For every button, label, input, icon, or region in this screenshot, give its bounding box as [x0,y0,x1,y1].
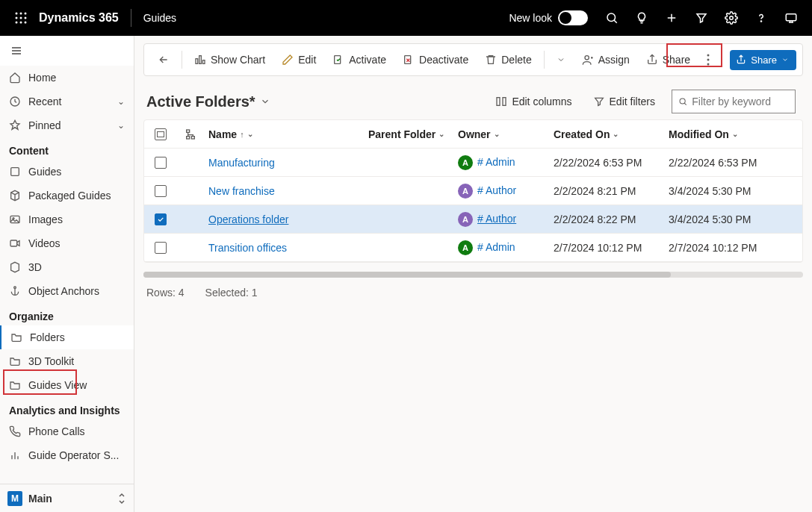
nav-pinned[interactable]: Pinned⌄ [0,113,134,137]
row-checkbox[interactable] [155,157,167,169]
col-created[interactable]: Created On⌄ [554,128,669,140]
owner-link[interactable]: # Author [477,184,516,196]
nav-guides-view[interactable]: Guides View [0,373,134,397]
owner-link[interactable]: # Author [477,213,516,225]
svg-point-2 [25,13,27,15]
divider [131,9,131,27]
edit-columns-button[interactable]: Edit columns [491,93,576,110]
col-name[interactable]: Name↑⌄ [204,128,368,140]
new-look-label: New look [509,12,552,24]
nav-home[interactable]: Home [0,66,134,90]
table-row[interactable]: Manufacturing A# Admin 2/22/2024 6:53 PM… [144,149,802,177]
overflow-button[interactable] [699,49,717,70]
svg-point-24 [14,287,16,289]
edit-button[interactable]: Edit [274,49,323,70]
search-input[interactable] [692,96,789,107]
table-row[interactable]: New franchise A# Author 2/2/2024 8:21 PM… [144,177,802,205]
record-link[interactable]: Operations folder [208,213,288,225]
nav-packaged-guides[interactable]: Packaged Guides [0,184,134,207]
settings-icon[interactable] [716,11,746,25]
activate-button[interactable]: Activate [325,49,394,70]
avatar: A [458,155,473,170]
svg-rect-23 [10,240,17,246]
created-cell: 2/2/2024 8:22 PM [554,213,669,225]
showchart-button[interactable]: Show Chart [187,49,273,70]
nav-recent[interactable]: Recent⌄ [0,90,134,113]
new-look-toggle[interactable]: New look [500,10,597,25]
filter-icon [593,96,605,107]
folder-icon [10,331,22,343]
clock-icon [9,96,21,107]
data-grid: Name↑⌄ Parent Folder⌄ Owner⌄ Created On⌄… [143,119,803,263]
table-row[interactable]: Transition offices A# Admin 2/7/2024 10:… [144,234,802,262]
nav-images[interactable]: Images [0,207,134,231]
svg-point-34 [707,54,710,57]
delete-chevron[interactable] [549,51,573,69]
nav-guide-operator[interactable]: Guide Operator S... [0,443,134,467]
product-name[interactable]: Dynamics 365 [36,11,126,25]
status-bar: Rows: 4 Selected: 1 [143,281,803,306]
app-launcher-icon[interactable] [6,12,36,24]
row-checkbox[interactable] [155,185,167,197]
nav-guides[interactable]: Guides [0,160,134,184]
col-owner[interactable]: Owner⌄ [458,128,554,140]
avatar: A [458,212,473,227]
grid-header: Name↑⌄ Parent Folder⌄ Owner⌄ Created On⌄… [144,120,802,149]
view-header: Active Folders* Edit columns Edit filter… [143,76,803,119]
record-link[interactable]: New franchise [208,185,275,197]
phone-icon [9,425,21,437]
svg-rect-30 [202,60,205,64]
nav-3d-toolkit[interactable]: 3D Toolkit [0,349,134,373]
row-checkbox[interactable] [155,213,167,225]
svg-rect-42 [187,136,190,138]
svg-rect-37 [497,98,500,106]
share-button[interactable]: Share [639,49,698,70]
owner-link[interactable]: # Admin [477,156,515,168]
back-button[interactable] [150,49,177,70]
view-title[interactable]: Active Folders* [146,93,270,110]
filter-icon[interactable] [687,11,716,25]
folder-icon [9,355,21,367]
svg-point-14 [760,21,761,22]
hamburger-icon[interactable] [0,36,134,66]
modified-cell: 2/22/2024 6:53 PM [669,157,802,169]
home-icon [9,72,21,84]
toggle-switch[interactable] [558,10,588,25]
col-parent[interactable]: Parent Folder⌄ [368,128,458,140]
app-name[interactable]: Guides [136,12,184,24]
nav-object-anchors[interactable]: Object Anchors [0,279,134,303]
svg-rect-38 [503,98,506,106]
lightbulb-icon[interactable] [627,11,657,25]
edit-filters-button[interactable]: Edit filters [589,93,660,110]
search-icon[interactable] [597,11,627,25]
share-primary-button[interactable]: Share [730,50,796,70]
environment-picker[interactable]: M Main [0,484,134,512]
help-icon[interactable] [746,11,776,25]
chevron-down-icon: ⌄ [613,130,619,138]
nav-3d[interactable]: 3D [0,255,134,279]
nav-group-content: Content [0,137,134,160]
deactivate-button[interactable]: Deactivate [395,49,476,70]
search-box[interactable] [672,90,796,113]
hierarchy-icon[interactable] [185,128,196,140]
svg-rect-20 [11,168,19,176]
svg-point-33 [585,56,589,60]
col-modified[interactable]: Modified On⌄ [669,128,802,140]
owner-link[interactable]: # Admin [477,241,515,253]
nav-videos[interactable]: Videos [0,231,134,255]
global-header: Dynamics 365 Guides New look [0,0,812,36]
row-checkbox[interactable] [155,242,167,254]
svg-point-39 [680,99,685,104]
support-icon[interactable] [776,11,806,25]
add-icon[interactable] [657,11,687,25]
record-link[interactable]: Manufacturing [208,157,275,169]
table-row[interactable]: Operations folder A# Author 2/2/2024 8:2… [144,205,802,234]
assign-button[interactable]: Assign [574,49,637,70]
record-link[interactable]: Transition offices [208,242,287,254]
select-all-checkbox[interactable] [155,128,167,140]
delete-button[interactable]: Delete [477,49,539,70]
svg-point-0 [16,13,18,15]
horizontal-scrollbar[interactable] [143,272,803,278]
nav-folders[interactable]: Folders [0,325,134,349]
nav-phone-calls[interactable]: Phone Calls [0,419,134,443]
